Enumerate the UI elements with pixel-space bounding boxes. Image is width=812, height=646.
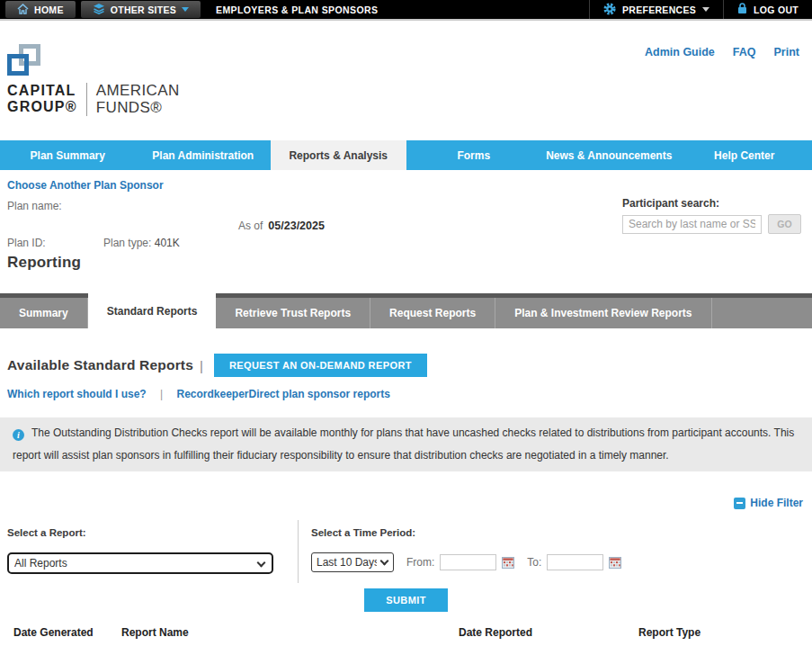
plan-id-label: Plan ID:	[7, 237, 46, 249]
report-select[interactable]: All Reports	[7, 552, 273, 574]
logout-label: LOG OUT	[754, 4, 799, 15]
info-icon	[13, 429, 24, 441]
minus-square-icon	[734, 498, 745, 509]
chevron-down-icon	[702, 7, 709, 12]
preferences-label: PREFERENCES	[622, 4, 696, 15]
section-heading: Available Standard Reports	[7, 357, 193, 373]
print-link[interactable]: Print	[774, 46, 799, 58]
main-nav: Plan Summary Plan Administration Reports…	[0, 140, 812, 170]
info-message-box: The Outstanding Distribution Checks repo…	[0, 417, 812, 471]
logo-divider	[86, 83, 87, 116]
header-links: Admin Guide FAQ Print	[645, 46, 799, 58]
logo-squares-icon	[7, 44, 43, 77]
tab-retrieve-trust-reports[interactable]: Retrieve Trust Reports	[216, 298, 370, 328]
time-period-column: Select a Time Period: Last 10 Days From:…	[299, 520, 812, 583]
submit-button[interactable]: SUBMIT	[364, 588, 448, 612]
reporting-subtabs: Summary Standard Reports Retrieve Trust …	[0, 298, 812, 328]
chevron-down-icon	[182, 7, 189, 12]
subtab-filler	[712, 298, 812, 328]
other-sites-label: OTHER SITES	[111, 4, 176, 15]
request-on-demand-report-button[interactable]: REQUEST AN ON-DEMAND REPORT	[214, 354, 427, 377]
report-quick-links: Which report should I use? | Recordkeepe…	[7, 388, 812, 401]
links-separator: |	[160, 388, 163, 400]
plan-type: Plan type: 401K	[103, 237, 180, 249]
top-utility-bar: HOME OTHER SITES EMPLOYERS & PLAN SPONSO…	[0, 0, 812, 21]
participant-search-label: Participant search:	[622, 197, 801, 210]
select-time-period-label: Select a Time Period:	[311, 527, 812, 538]
nav-plan-summary[interactable]: Plan Summary	[0, 140, 136, 170]
page-title: Reporting	[7, 254, 81, 272]
layers-icon	[93, 3, 105, 16]
hide-filter-link[interactable]: Hide Filter	[734, 497, 803, 509]
nav-forms[interactable]: Forms	[406, 140, 542, 170]
lock-icon	[737, 3, 747, 16]
page-header: CAPITAL GROUP® AMERICAN FUNDS® Admin Gui…	[0, 21, 812, 140]
nav-news-announcements[interactable]: News & Announcements	[541, 140, 677, 170]
hide-filter-row: Hide Filter	[0, 491, 803, 506]
home-icon	[17, 4, 29, 16]
admin-guide-link[interactable]: Admin Guide	[645, 46, 715, 58]
logout-button[interactable]: LOG OUT	[723, 0, 812, 19]
which-report-link[interactable]: Which report should I use?	[7, 388, 147, 400]
gear-icon	[603, 3, 616, 17]
nav-reports-analysis[interactable]: Reports & Analysis	[271, 140, 406, 170]
plan-info-section: Choose Another Plan Sponsor Plan name: A…	[0, 170, 812, 293]
logo-capital-group: CAPITAL GROUP®	[7, 83, 77, 115]
nav-plan-administration[interactable]: Plan Administration	[136, 140, 272, 170]
preferences-menu[interactable]: PREFERENCES	[589, 0, 723, 19]
capital-group-logo: CAPITAL GROUP® AMERICAN FUNDS®	[7, 44, 180, 116]
logo-american-funds: AMERICAN FUNDS®	[96, 82, 180, 116]
nav-help-center[interactable]: Help Center	[677, 140, 812, 170]
calendar-icon[interactable]	[502, 557, 514, 569]
choose-another-plan-sponsor-link[interactable]: Choose Another Plan Sponsor	[7, 179, 164, 192]
as-of-date: As of05/23/2025	[238, 220, 325, 232]
home-button[interactable]: HOME	[5, 1, 76, 18]
col-date-generated: Date Generated	[13, 626, 121, 639]
from-label: From:	[406, 556, 434, 569]
plan-name-label: Plan name:	[7, 200, 62, 212]
report-filter-column: Select a Report: All Reports	[0, 520, 299, 583]
col-report-name: Report Name	[121, 626, 459, 639]
submit-row: SUBMIT	[0, 588, 812, 612]
to-label: To:	[527, 556, 541, 569]
participant-search: Participant search: GO	[622, 197, 801, 234]
time-period-select[interactable]: Last 10 Days	[311, 552, 394, 572]
from-date-input[interactable]	[440, 554, 496, 570]
site-title: EMPLOYERS & PLAN SPONSORS	[216, 0, 378, 19]
calendar-icon[interactable]	[609, 557, 621, 569]
results-table-header: Date Generated Report Name Date Reported…	[0, 626, 812, 639]
participant-search-input[interactable]	[622, 215, 762, 234]
home-button-label: HOME	[34, 4, 64, 15]
available-reports-heading-row: Available Standard Reports | REQUEST AN …	[7, 354, 812, 376]
select-report-label: Select a Report:	[7, 527, 298, 538]
report-filter-panel: Select a Report: All Reports Select a Ti…	[0, 520, 812, 583]
heading-separator: |	[200, 358, 203, 373]
to-date-input[interactable]	[547, 554, 603, 570]
hide-filter-label: Hide Filter	[750, 497, 803, 509]
col-report-type: Report Type	[638, 626, 812, 639]
other-sites-button[interactable]: OTHER SITES	[81, 1, 201, 18]
tab-summary[interactable]: Summary	[0, 298, 88, 328]
tab-plan-investment-review-reports[interactable]: Plan & Investment Review Reports	[495, 298, 711, 328]
col-date-reported: Date Reported	[459, 626, 638, 639]
faq-link[interactable]: FAQ	[733, 46, 756, 58]
tab-request-reports[interactable]: Request Reports	[370, 298, 495, 328]
recordkeeperdirect-reports-link[interactable]: RecordkeeperDirect plan sponsor reports	[176, 388, 389, 400]
info-message-text: The Outstanding Distribution Checks repo…	[13, 426, 794, 462]
go-button[interactable]: GO	[768, 214, 801, 234]
tab-standard-reports[interactable]: Standard Reports	[88, 293, 217, 328]
